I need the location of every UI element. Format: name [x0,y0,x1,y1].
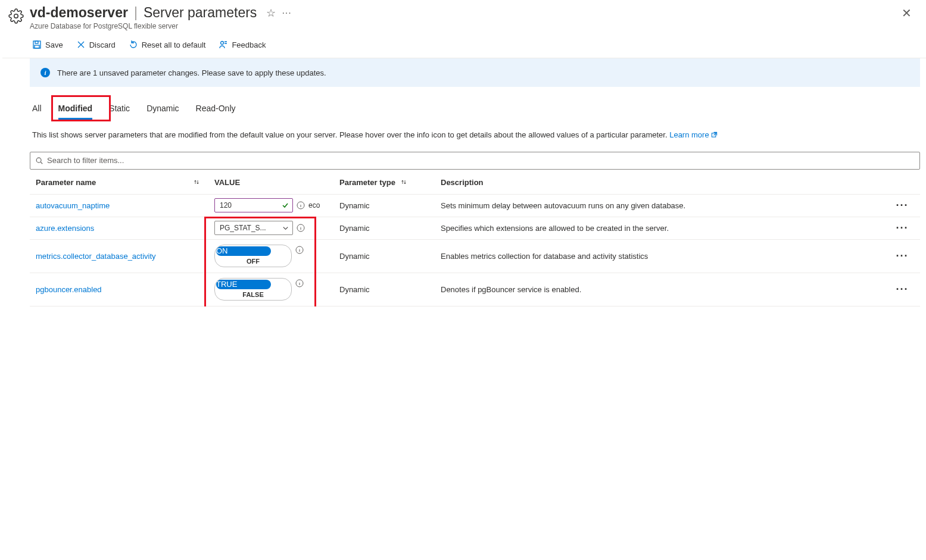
svg-point-0 [14,14,18,18]
info-icon: i [40,68,50,77]
param-type: Dynamic [339,285,370,294]
param-desc: Specifies which extensions are allowed t… [441,224,669,233]
param-link[interactable]: metrics.collector_database_activity [36,252,156,261]
row-more-icon[interactable]: ··· [896,222,908,234]
reset-button[interactable]: Reset all to default [129,40,206,49]
header-more-icon[interactable]: ··· [282,8,291,18]
col-value-label[interactable]: VALUE [214,178,240,187]
search-box[interactable] [30,152,920,170]
value-dropdown[interactable]: PG_STAT_S... [214,221,293,235]
search-icon [35,157,43,165]
info-icon[interactable] [295,246,304,254]
param-link[interactable]: pgbouncer.enabled [36,285,102,294]
feedback-icon [219,40,228,49]
param-link[interactable]: autovacuum_naptime [36,201,110,210]
close-icon[interactable]: ✕ [902,6,912,20]
row-more-icon[interactable]: ··· [896,199,908,211]
svg-rect-2 [35,41,38,43]
banner-text: There are 1 unsaved parameter changes. P… [57,68,326,77]
info-icon[interactable] [297,224,305,232]
value-text-input[interactable]: 120 [214,198,293,212]
feedback-label: Feedback [232,40,266,49]
search-input[interactable] [47,156,915,165]
favorite-star-icon[interactable]: ☆ [266,7,276,20]
info-icon[interactable] [297,201,305,209]
server-name: vd-demoserver [30,5,128,21]
save-icon [32,40,42,49]
tab-all[interactable]: All [32,100,42,120]
value-toggle[interactable]: ON OFF [214,245,292,267]
info-icon[interactable] [295,279,304,287]
table-row: pgbouncer.enabled TRUE FALSE Dynamic Den… [30,273,920,306]
svg-point-6 [36,158,41,162]
subtitle: Azure Database for PostgreSQL flexible s… [30,22,896,30]
param-desc: Enables metrics collection for database … [441,252,648,261]
save-label: Save [45,40,63,49]
row-more-icon[interactable]: ··· [896,283,908,295]
col-type-label[interactable]: Parameter type [339,178,395,187]
title-separator: | [134,5,138,21]
feedback-button[interactable]: Feedback [219,40,266,49]
svg-rect-3 [35,45,39,48]
param-type: Dynamic [339,252,370,261]
toggle-on: ON [216,246,271,256]
row-more-icon[interactable]: ··· [896,250,908,262]
table-header: Parameter name VALUE Parameter type Desc… [30,171,920,195]
value-toggle[interactable]: TRUE FALSE [214,278,292,301]
tab-static[interactable]: Static [109,100,130,120]
chevron-down-icon [282,225,289,231]
description: This list shows server parameters that a… [30,120,920,152]
svg-point-4 [221,42,224,45]
col-desc-label[interactable]: Description [441,178,484,187]
table-row: autovacuum_naptime 120 eco Dynamic Sets … [30,195,920,217]
toggle-off: FALSE [215,289,291,300]
toggle-on: TRUE [216,280,271,289]
col-name-label[interactable]: Parameter name [36,178,96,187]
param-type: Dynamic [339,224,370,233]
unsaved-banner: i There are 1 unsaved parameter changes.… [30,58,920,87]
reset-icon [129,40,138,49]
param-type: Dynamic [339,201,370,210]
check-icon [282,202,289,209]
discard-icon [76,40,86,49]
sort-icon[interactable] [193,179,200,186]
page-title: Server parameters [144,5,257,21]
tab-modified[interactable]: Modified [58,100,93,120]
param-desc: Denotes if pgBouncer service is enabled. [441,285,581,294]
external-link-icon [711,132,718,138]
table-row: azure.extensions PG_STAT_S... Dynamic Sp… [30,217,920,240]
value-suffix: eco [308,201,320,209]
tab-readonly[interactable]: Read-Only [196,100,236,120]
save-button[interactable]: Save [32,40,63,49]
learn-more-link[interactable]: Learn more [669,130,709,139]
param-desc: Sets minimum delay between autovacuum ru… [441,201,685,210]
toggle-off: OFF [215,256,291,267]
reset-label: Reset all to default [142,40,206,49]
sort-icon[interactable] [400,179,407,186]
table-row: metrics.collector_database_activity ON O… [30,240,920,273]
discard-button[interactable]: Discard [76,40,116,49]
gear-icon [8,8,24,24]
param-link[interactable]: azure.extensions [36,224,94,233]
discard-label: Discard [89,40,116,49]
tab-dynamic[interactable]: Dynamic [146,100,179,120]
